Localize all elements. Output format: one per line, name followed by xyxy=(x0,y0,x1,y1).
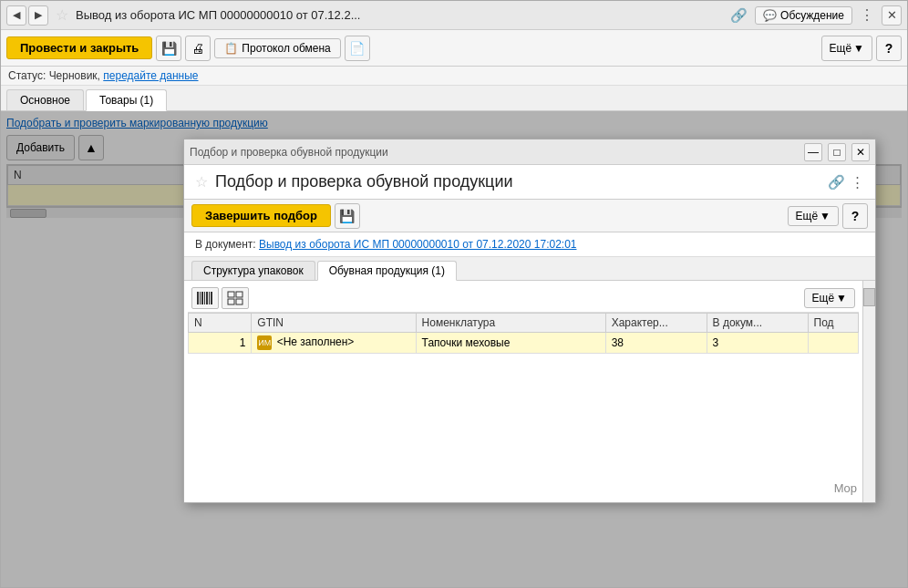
status-link[interactable]: передайте данные xyxy=(103,69,198,82)
svg-rect-5 xyxy=(209,292,210,304)
title-bar: ◀ ▶ ☆ Вывод из оборота ИС МП 00000000010… xyxy=(1,1,907,30)
tab-shoe-products[interactable]: Обувная продукция (1) xyxy=(317,261,457,281)
modal-table-toolbar: Ещё ▼ xyxy=(188,284,859,313)
favorite-icon[interactable]: ☆ xyxy=(56,6,68,24)
svg-rect-9 xyxy=(228,299,234,304)
modal-col-name: Номенклатура xyxy=(416,314,605,333)
modal-more-icon[interactable]: ⋮ xyxy=(851,174,864,191)
modal-cell-n: 1 xyxy=(189,333,252,354)
modal-cell-name: Тапочки меховые xyxy=(416,333,605,354)
status-bar: Статус: Черновик, передайте данные xyxy=(1,67,907,86)
protocol-button[interactable]: 📋 Протокол обмена xyxy=(214,38,340,58)
modal-cell-gtin-text: <Не заполнен> xyxy=(277,335,355,348)
modal-col-n: N xyxy=(189,314,252,333)
close-button[interactable]: ✕ xyxy=(882,5,902,26)
modal-minimize-button[interactable]: — xyxy=(804,143,822,161)
main-tabs: Основное Товары (1) xyxy=(1,86,907,111)
barcode-button[interactable] xyxy=(191,287,219,309)
svg-rect-1 xyxy=(200,292,201,304)
scrollbar-thumb xyxy=(863,288,875,306)
extra-icon: 📄 xyxy=(349,41,365,56)
modal-col-char: Характер... xyxy=(605,314,707,333)
modal-cell-char: 38 xyxy=(605,333,707,354)
modal-title-bar: Подбор и проверка обувной продукции — □ … xyxy=(184,139,875,165)
doc-ref-link[interactable]: Вывод из оборота ИС МП 00000000010 от 07… xyxy=(259,238,577,251)
modal-data-table: N GTIN Номенклатура Характер... В докум.… xyxy=(188,313,859,354)
modal-table-toolbar-left xyxy=(191,287,249,309)
svg-rect-2 xyxy=(201,292,203,304)
modal-window: Подбор и проверка обувной продукции — □ … xyxy=(183,139,876,503)
forward-button[interactable]: ▶ xyxy=(28,5,48,26)
modal-cell-gtin: ИМ <Не заполнен> xyxy=(252,333,416,354)
doc-ref-label: В документ: xyxy=(195,238,256,251)
extra-button[interactable]: 📄 xyxy=(345,36,370,61)
barcode-icon xyxy=(196,291,214,305)
modal-heading: Подбор и проверка обувной продукции xyxy=(215,172,820,191)
grid-button[interactable] xyxy=(222,287,249,309)
print-button[interactable]: 🖨 xyxy=(185,36,211,61)
tab-goods[interactable]: Товары (1) xyxy=(86,89,167,111)
finish-selection-button[interactable]: Завершить подбор xyxy=(191,204,331,227)
tab-pack-structure[interactable]: Структура упаковок xyxy=(191,261,315,280)
modal-cell-pod xyxy=(808,333,859,354)
discuss-icon: 💬 xyxy=(763,9,777,22)
modal-scrollbar[interactable] xyxy=(862,281,875,502)
grid-icon xyxy=(227,291,243,305)
modal-close-button[interactable]: ✕ xyxy=(851,143,870,161)
svg-rect-10 xyxy=(236,299,242,304)
save-icon: 💾 xyxy=(161,41,177,56)
modal-cell-doc: 3 xyxy=(707,333,808,354)
modal-header-actions: 🔗 ⋮ xyxy=(828,174,864,191)
conduct-close-button[interactable]: Провести и закрыть xyxy=(6,36,152,59)
modal-main: Ещё ▼ N GTIN Номенклатура Характер... xyxy=(184,281,862,502)
svg-rect-7 xyxy=(228,292,234,297)
modal-save-button[interactable]: 💾 xyxy=(335,203,360,229)
more-chevron: ▼ xyxy=(853,42,864,55)
modal-more-chevron: ▼ xyxy=(820,210,831,222)
more-button[interactable]: Ещё ▼ xyxy=(821,36,872,61)
mop-label: Mop xyxy=(834,481,857,495)
save-button[interactable]: 💾 xyxy=(156,36,181,61)
toolbar-right: Ещё ▼ ? xyxy=(821,36,902,61)
modal-header: ☆ Подбор и проверка обувной продукции 🔗 … xyxy=(184,165,875,200)
svg-rect-8 xyxy=(236,292,242,297)
modal-star-icon[interactable]: ☆ xyxy=(195,173,208,191)
modal-col-pod: Под xyxy=(808,314,859,333)
svg-rect-4 xyxy=(206,292,208,304)
modal-toolbar-right: Ещё ▼ xyxy=(788,206,839,226)
modal-table-row[interactable]: 1 ИМ <Не заполнен> Тапочки меховые 38 3 xyxy=(189,333,859,354)
status-value: Черновик, xyxy=(49,69,100,82)
print-icon: 🖨 xyxy=(191,41,204,56)
modal-save-icon: 💾 xyxy=(339,209,355,223)
link-icon[interactable]: 🔗 xyxy=(730,7,748,24)
svg-rect-3 xyxy=(204,292,205,304)
protocol-label: Протокол обмена xyxy=(242,42,330,55)
modal-content: Ещё ▼ N GTIN Номенклатура Характер... xyxy=(184,281,875,502)
modal-more-label: Ещё xyxy=(796,210,819,222)
svg-rect-6 xyxy=(211,292,212,304)
modal-doc-ref: В документ: Вывод из оборота ИС МП 00000… xyxy=(184,232,875,257)
tab-basic[interactable]: Основное xyxy=(6,89,84,110)
modal-table-more-button[interactable]: Ещё ▼ xyxy=(804,288,855,308)
modal-col-gtin: GTIN xyxy=(252,314,416,333)
help-button[interactable]: ? xyxy=(876,36,902,61)
modal-col-doc: В докум... xyxy=(707,314,808,333)
more-icon[interactable]: ⋮ xyxy=(860,6,874,24)
modal-more-button[interactable]: Ещё ▼ xyxy=(788,206,839,226)
title-actions: 🔗 💬 Обсуждение ⋮ ✕ xyxy=(730,5,902,26)
content-area: Подобрать и проверить маркированную прод… xyxy=(1,111,907,587)
back-button[interactable]: ◀ xyxy=(6,5,26,26)
modal-tabs: Структура упаковок Обувная продукция (1) xyxy=(184,257,875,281)
modal-table-more-label: Ещё xyxy=(812,292,835,304)
discuss-button[interactable]: 💬 Обсуждение xyxy=(755,6,852,25)
modal-help-button[interactable]: ? xyxy=(842,203,868,229)
window-title: Вывод из оборота ИС МП 00000000010 от 07… xyxy=(76,8,727,22)
modal-toolbar: Завершить подбор 💾 Ещё ▼ ? xyxy=(184,200,875,232)
modal-row-icon: ИМ xyxy=(257,335,272,350)
modal-maximize-button[interactable]: □ xyxy=(828,143,846,161)
main-window: ◀ ▶ ☆ Вывод из оборота ИС МП 00000000010… xyxy=(0,0,908,588)
more-label: Ещё xyxy=(830,42,852,55)
modal-link-icon[interactable]: 🔗 xyxy=(828,174,845,191)
protocol-icon: 📋 xyxy=(224,42,238,55)
main-toolbar: Провести и закрыть 💾 🖨 📋 Протокол обмена… xyxy=(1,30,907,67)
